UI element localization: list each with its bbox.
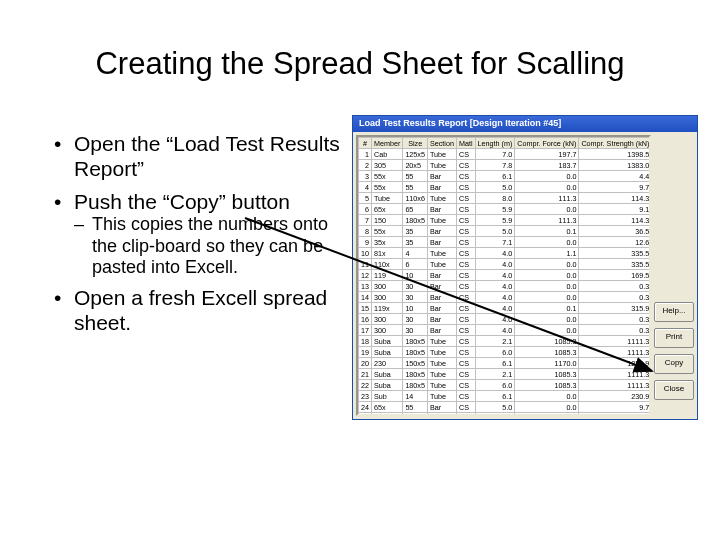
table-cell: 18: [359, 336, 372, 347]
table-cell: Tube: [427, 160, 456, 171]
table-cell: 65x: [372, 402, 403, 413]
table-cell: 14: [359, 292, 372, 303]
table-cell: CS: [456, 204, 475, 215]
table-cell: 183.7: [515, 160, 579, 171]
table-cell: 6.0: [475, 380, 515, 391]
table-cell: 55: [403, 182, 428, 193]
table-row: 855x35BarCS5.00.136.5OK55.378.4OK: [359, 226, 652, 237]
copy-button[interactable]: Copy: [654, 354, 694, 374]
table-cell: 65: [403, 204, 428, 215]
close-button[interactable]: Close: [654, 380, 694, 400]
column-header: Compr. Force (kN): [515, 138, 579, 149]
table-cell: 0.0: [515, 270, 579, 281]
table-cell: 7.0: [475, 149, 515, 160]
table-cell: 300: [372, 281, 403, 292]
table-cell: 10: [359, 248, 372, 259]
table-row: 25505150x7TubeCS7.8385.6938.2OK0.01523.0…: [359, 413, 652, 417]
table-cell: 20: [359, 358, 372, 369]
button-column: Help... Print Copy Close: [654, 132, 697, 419]
table-cell: 6: [403, 259, 428, 270]
table-cell: 1170.0: [515, 358, 579, 369]
table-cell: 938.2: [579, 413, 651, 417]
table-cell: Bar: [427, 402, 456, 413]
table-cell: 35: [403, 226, 428, 237]
table-cell: 150x7: [403, 413, 428, 417]
table-cell: 1111.3: [579, 336, 651, 347]
table-cell: CS: [456, 171, 475, 182]
screenshot-window: Load Test Results Report [Design Iterati…: [352, 115, 698, 420]
table-cell: 7.1: [475, 237, 515, 248]
table-cell: CS: [456, 259, 475, 270]
table-cell: 55: [403, 171, 428, 182]
table-cell: 5.0: [475, 226, 515, 237]
table-cell: CS: [456, 193, 475, 204]
table-cell: 0.0: [515, 259, 579, 270]
table-row: 20230150x5TubeCS6.11170.01230.9OK0.01627…: [359, 358, 652, 369]
table-cell: 2.1: [475, 336, 515, 347]
bullet-2-sub: This copies the numbers onto the clip-bo…: [74, 214, 354, 278]
table-cell: 230: [372, 358, 403, 369]
table-row: 1Cab125x5TubeCS7.0197.71398.5OK0.02380.1…: [359, 149, 652, 160]
table-cell: 7.8: [475, 160, 515, 171]
bullet-2: Push the “Copy” button This copies the n…: [54, 190, 354, 278]
table-cell: 0.1: [515, 226, 579, 237]
table-cell: 300: [372, 325, 403, 336]
table-cell: 25: [359, 413, 372, 417]
table-row: 935x35BarCS7.10.012.6OK191.5275.4OK: [359, 237, 652, 248]
table-row: 2465x55BarCS5.00.09.7OK545.5949.9OK: [359, 402, 652, 413]
table-row: 455x55BarCS5.00.09.7OK637.9680.3OK: [359, 182, 652, 193]
table-cell: CS: [456, 281, 475, 292]
table-cell: 6.1: [475, 358, 515, 369]
table-cell: Suba: [372, 380, 403, 391]
table-cell: 0.1: [515, 303, 579, 314]
table-cell: CS: [456, 292, 475, 303]
table-cell: 4.0: [475, 281, 515, 292]
table-cell: 8.0: [475, 193, 515, 204]
table-cell: 315.9: [579, 303, 651, 314]
table-cell: 12.6: [579, 237, 651, 248]
table-cell: 119x: [372, 303, 403, 314]
table-cell: 6: [359, 204, 372, 215]
table-cell: 0.0: [515, 402, 579, 413]
table-cell: 7: [359, 215, 372, 226]
table-row: 19Suba180x5TubeCS6.01085.31111.3OK0.0119…: [359, 347, 652, 358]
print-button[interactable]: Print: [654, 328, 694, 348]
table-cell: Bar: [427, 281, 456, 292]
column-header: Matl: [456, 138, 475, 149]
table-cell: 335.5: [579, 248, 651, 259]
table-cell: Bar: [427, 325, 456, 336]
table-row: 21Suba180x5TubeCS2.11085.31111.3OK0.0119…: [359, 369, 652, 380]
table-row: 5Tube110x6TubeCS8.0111.3114.3OK349.7343.…: [359, 193, 652, 204]
table-cell: CS: [456, 314, 475, 325]
table-cell: 0.0: [515, 391, 579, 402]
table-cell: 35x: [372, 237, 403, 248]
column-header: Member: [372, 138, 403, 149]
table-cell: 300: [372, 292, 403, 303]
table-cell: CS: [456, 380, 475, 391]
table-cell: 35: [403, 237, 428, 248]
table-cell: 0.0: [515, 171, 579, 182]
table-cell: 300: [372, 314, 403, 325]
table-cell: CS: [456, 270, 475, 281]
table-cell: 5.9: [475, 215, 515, 226]
table-cell: 14: [403, 391, 428, 402]
table-cell: 114.3: [579, 193, 651, 204]
table-cell: 1085.3: [515, 347, 579, 358]
table-cell: Tube: [427, 336, 456, 347]
table-row: 1081x4TubeCS4.01.1335.5OK333.9543.5OK: [359, 248, 652, 259]
table-row: 1330030BarCS4.00.00.3OK155.21520.0OK: [359, 281, 652, 292]
bullet-list: Open the “Load Test Results Report” Push…: [54, 132, 354, 344]
table-cell: 5.9: [475, 204, 515, 215]
table-cell: 169.5: [579, 270, 651, 281]
table-cell: 1085.3: [515, 380, 579, 391]
table-cell: Suba: [372, 347, 403, 358]
help-button[interactable]: Help...: [654, 302, 694, 322]
table-cell: 15: [359, 303, 372, 314]
table-cell: 23: [359, 391, 372, 402]
table-row: 11110x6TubeCS4.00.0335.5OK777.31520.0OK: [359, 259, 652, 270]
table-cell: CS: [456, 369, 475, 380]
table-cell: 5.0: [475, 182, 515, 193]
table-cell: 7.8: [475, 413, 515, 417]
table-cell: 9.7: [579, 402, 651, 413]
table-cell: Bar: [427, 226, 456, 237]
